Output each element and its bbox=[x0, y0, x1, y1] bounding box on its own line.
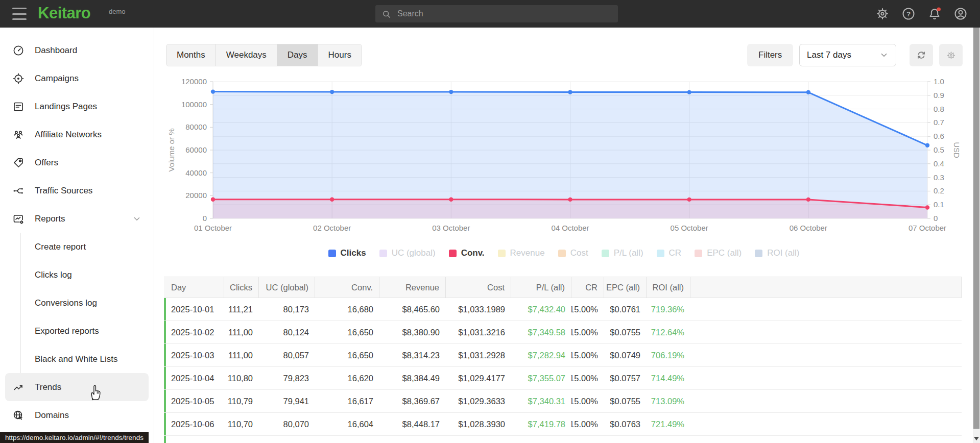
date-range-select[interactable]: Last 7 days bbox=[799, 44, 896, 66]
column-header-cr[interactable]: CR bbox=[571, 277, 604, 298]
cell-filler bbox=[690, 390, 962, 412]
gear-icon[interactable] bbox=[875, 7, 890, 21]
help-icon[interactable]: ? bbox=[901, 7, 916, 21]
cell-uc-global: 80,124 bbox=[259, 321, 315, 343]
sidebar-item-black-and-white-lists[interactable]: Black and White Lists bbox=[21, 345, 154, 373]
sidebar-item-label: Affiliate Networks bbox=[35, 130, 102, 140]
right-axis-tick: 0.2 bbox=[934, 186, 944, 195]
brand-logo[interactable]: Keitaro bbox=[38, 4, 90, 22]
cell-epc-all: $0.0760 bbox=[604, 436, 647, 443]
right-axis-tick: 0.6 bbox=[934, 132, 944, 140]
point-conv bbox=[211, 198, 215, 202]
cell-cost: $1,031.2928 bbox=[446, 344, 511, 366]
legend-item-conv[interactable]: Conv. bbox=[449, 248, 485, 258]
tab-weekdays[interactable]: Weekdays bbox=[216, 44, 277, 66]
chevron-down-icon bbox=[879, 51, 889, 60]
tab-months[interactable]: Months bbox=[166, 44, 216, 66]
left-axis-tick: 80000 bbox=[185, 122, 207, 131]
column-header-roi-all[interactable]: ROI (all) bbox=[647, 277, 690, 298]
sidebar-item-create-report[interactable]: Create report bbox=[21, 233, 154, 261]
cell-filler bbox=[690, 413, 962, 435]
scrollbar-down-arrow[interactable] bbox=[974, 437, 979, 440]
legend-item-roi-all[interactable]: ROI (all) bbox=[755, 248, 799, 258]
cell-roi-all: 714.49% bbox=[647, 367, 690, 389]
cell-conv: 16,617 bbox=[315, 390, 379, 412]
legend-item-revenue[interactable]: Revenue bbox=[498, 248, 545, 258]
cell-clicks: 111,21 bbox=[224, 298, 259, 321]
user-icon[interactable] bbox=[953, 7, 968, 21]
x-axis-tick: 04 October bbox=[551, 224, 589, 232]
cell-conv: 9,642 bbox=[315, 436, 379, 443]
cell-clicks: 64,10 bbox=[224, 436, 259, 443]
column-header-cost[interactable]: Cost bbox=[446, 277, 511, 298]
vertical-scrollbar[interactable] bbox=[973, 28, 980, 443]
filters-button[interactable]: Filters bbox=[747, 44, 793, 66]
column-header-revenue[interactable]: Revenue bbox=[379, 277, 446, 298]
column-header-uc-global[interactable]: UC (global) bbox=[259, 277, 315, 298]
sidebar-item-affiliate-networks[interactable]: Affiliate Networks bbox=[5, 120, 149, 149]
time-grouping-tabs: MonthsWeekdaysDaysHours bbox=[166, 44, 362, 66]
tab-hours[interactable]: Hours bbox=[318, 44, 362, 66]
main-content: MonthsWeekdaysDaysHours Filters Last 7 d… bbox=[155, 28, 973, 443]
chart-settings-button[interactable] bbox=[939, 44, 963, 66]
cell-day: 2025-10-01 bbox=[164, 298, 224, 321]
legend-item-p-l-all[interactable]: P/L (all) bbox=[602, 248, 643, 258]
legend-swatch bbox=[602, 250, 609, 257]
left-axis-tick: 20000 bbox=[185, 191, 207, 200]
column-header-conv[interactable]: Conv. bbox=[315, 277, 379, 298]
date-range-value: Last 7 days bbox=[807, 50, 851, 60]
bell-icon[interactable] bbox=[927, 7, 942, 21]
column-header-clicks[interactable]: Clicks bbox=[224, 277, 259, 298]
sidebar-item-dashboard[interactable]: Dashboard bbox=[5, 36, 149, 64]
legend-swatch bbox=[328, 250, 336, 257]
legend-label: Revenue bbox=[510, 248, 545, 258]
dashboard-icon bbox=[12, 44, 25, 57]
cell-roi-all: 713.09% bbox=[647, 390, 690, 412]
tab-days[interactable]: Days bbox=[277, 44, 318, 66]
sidebar-item-exported-reports[interactable]: Exported reports bbox=[21, 317, 154, 345]
chart-legend: ClicksUC (global)Conv.RevenueCostP/L (al… bbox=[155, 248, 973, 258]
sidebar-item-domains[interactable]: Domains bbox=[5, 401, 149, 429]
cell-day: 2025-10-06 bbox=[164, 413, 224, 435]
sidebar-item-landings-pages[interactable]: Landings Pages bbox=[5, 92, 149, 120]
legend-item-clicks[interactable]: Clicks bbox=[328, 248, 366, 258]
sidebar-item-reports[interactable]: Reports bbox=[5, 205, 149, 233]
table-row: 2025-10-01111,2180,17316,680$8,465.60$1,… bbox=[164, 298, 962, 321]
legend-item-uc-global[interactable]: UC (global) bbox=[379, 248, 436, 258]
cell-day: 2025-10-03 bbox=[164, 344, 224, 366]
right-axis-title: USD bbox=[952, 142, 961, 158]
column-header-p-l-all[interactable]: P/L (all) bbox=[511, 277, 571, 298]
cell-p-l-all: $7,340.31 bbox=[511, 390, 571, 412]
left-axis-title: Volume or % bbox=[167, 128, 176, 171]
sidebar-item-trends[interactable]: Trends bbox=[5, 373, 149, 401]
left-axis-tick: 40000 bbox=[185, 168, 207, 177]
legend-label: Clicks bbox=[341, 248, 366, 258]
cell-filler bbox=[690, 298, 962, 321]
column-header-epc-all[interactable]: EPC (all) bbox=[604, 277, 647, 298]
cell-revenue: $8,314.23 bbox=[379, 344, 446, 366]
sidebar: DashboardCampaignsLandings PagesAffiliat… bbox=[0, 28, 154, 443]
sidebar-item-clicks-log[interactable]: Clicks log bbox=[21, 261, 154, 289]
sidebar-item-traffic-sources[interactable]: Traffic Sources bbox=[5, 177, 149, 205]
cell-epc-all: $0.0755 bbox=[604, 390, 647, 412]
column-header-day[interactable]: Day bbox=[164, 277, 224, 298]
left-axis-tick: 0 bbox=[203, 214, 207, 223]
search-input[interactable]: Search bbox=[375, 5, 618, 22]
cell-filler bbox=[690, 436, 962, 443]
scrollbar-thumb[interactable] bbox=[973, 28, 979, 429]
sidebar-item-offers[interactable]: Offers bbox=[5, 149, 149, 177]
legend-item-cost[interactable]: Cost bbox=[558, 248, 588, 258]
sidebar-item-conversions-log[interactable]: Conversions log bbox=[21, 289, 154, 317]
table-row: 2025-10-04110,8079,82316,620$8,384.49$1,… bbox=[164, 367, 962, 390]
cell-conv: 16,650 bbox=[315, 344, 379, 366]
hamburger-menu-icon[interactable] bbox=[12, 8, 27, 20]
legend-item-cr[interactable]: CR bbox=[657, 248, 682, 258]
sidebar-item-campaigns[interactable]: Campaigns bbox=[5, 64, 149, 92]
right-axis-tick: 0.8 bbox=[934, 105, 944, 113]
point-conv bbox=[806, 198, 810, 202]
refresh-button[interactable] bbox=[910, 44, 933, 66]
table-header-row: DayClicksUC (global)Conv.RevenueCostP/L … bbox=[164, 277, 962, 298]
legend-item-epc-all[interactable]: EPC (all) bbox=[695, 248, 742, 258]
sidebar-item-label: Domains bbox=[35, 410, 69, 421]
legend-swatch bbox=[695, 250, 702, 257]
